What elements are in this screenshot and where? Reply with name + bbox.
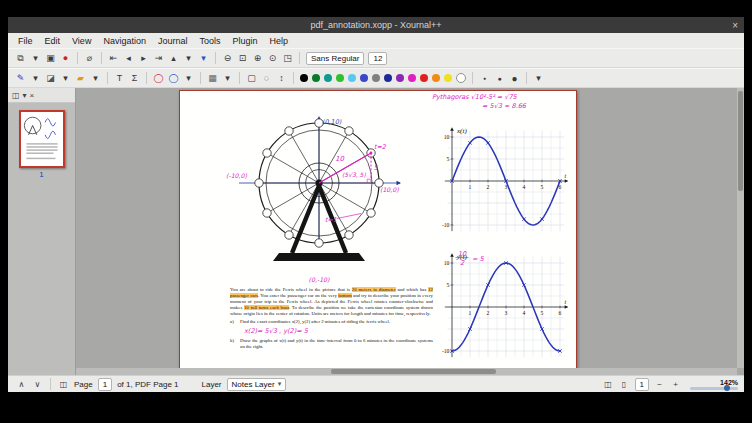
pen-options-dropdown[interactable]: ▾ (29, 71, 42, 85)
zoom-slider-thumb[interactable] (724, 385, 730, 391)
zoom-in-button[interactable]: ⊕ (251, 51, 264, 65)
sidebar-close-button[interactable]: × (30, 91, 35, 100)
last-page-button[interactable]: ⇥ (152, 51, 165, 65)
zoom-slider[interactable] (690, 387, 738, 390)
page-columns-field[interactable]: 1 (635, 378, 649, 391)
vertical-space-button[interactable]: ↕ (275, 71, 288, 85)
wheel-spoke (289, 131, 319, 183)
first-page-button[interactable]: ⇤ (107, 51, 120, 65)
save-button[interactable]: ▣ (44, 51, 57, 65)
canvas-area[interactable]: (0,10) (-10,0) (10,0) (0,-10) 10 5 (5√3,… (76, 88, 744, 375)
sidebar-menu-dropdown[interactable]: ▾ (23, 91, 27, 100)
thickness-medium-button[interactable]: ● (493, 71, 506, 85)
eraser-options-dropdown[interactable]: ▾ (59, 71, 72, 85)
color-dark-green[interactable] (312, 74, 320, 82)
image-tool-button[interactable]: ▦ (206, 71, 219, 85)
menu-journal[interactable]: Journal (152, 36, 194, 46)
label-0-minus10: (0,-10) (309, 276, 330, 283)
color-green[interactable] (336, 74, 344, 82)
label-t2: t=2 (374, 143, 387, 151)
item-b-text: Draw the graphs of x(t) and y(t) in the … (240, 338, 433, 350)
fullscreen-button[interactable]: ◳ (281, 51, 294, 65)
eraser-tool-button[interactable]: ◪ (44, 71, 57, 85)
select-rectangle-button[interactable]: ▢ (245, 71, 258, 85)
horizontal-scrollbar-thumb[interactable] (331, 369, 496, 374)
zoom-original-button[interactable]: ⊙ (266, 51, 279, 65)
color-purple[interactable] (396, 74, 404, 82)
layer-up-button[interactable]: ∧ (15, 377, 28, 391)
page-thumbnail[interactable] (19, 110, 65, 168)
zoom-out-button[interactable]: ⊖ (221, 51, 234, 65)
page-number-input[interactable]: 1 (98, 378, 112, 391)
select-lasso-button[interactable]: ◌ (260, 71, 273, 85)
toolbar-separator (239, 72, 240, 84)
highlighter-options-dropdown[interactable]: ▾ (89, 71, 102, 85)
toolbar-overflow-dropdown[interactable]: ▾ (532, 71, 545, 85)
x-tick-label: 4 (523, 184, 526, 190)
color-teal[interactable] (324, 74, 332, 82)
color-yellow[interactable] (444, 74, 452, 82)
font-size-selector[interactable]: 12 (368, 52, 387, 65)
tex-tool-button[interactable]: Σ (128, 71, 141, 85)
color-black[interactable] (300, 74, 308, 82)
color-white[interactable] (456, 73, 466, 83)
highlighted-text: bottom (338, 293, 352, 298)
image-options-dropdown[interactable]: ▾ (221, 71, 234, 85)
label-10-0: (10,0) (380, 186, 399, 193)
menu-help[interactable]: Help (264, 36, 295, 46)
ruler-tool-button[interactable]: ◯ (167, 71, 180, 85)
previous-page-button[interactable]: ◂ (122, 51, 135, 65)
new-page-button[interactable]: ⧉ (14, 51, 27, 65)
layer-selector-value: Notes Layer (232, 380, 275, 389)
preview-pane-icon[interactable]: ◫ (12, 91, 20, 100)
page-thumbnail-preview (21, 112, 63, 166)
menu-tools[interactable]: Tools (193, 36, 226, 46)
close-button[interactable]: × (732, 17, 738, 33)
vertical-scrollbar-thumb[interactable] (738, 91, 743, 191)
thickness-fine-button[interactable]: ● (478, 71, 491, 85)
x-tick-label: 3 (505, 310, 508, 316)
toggle-sidebar-button[interactable]: ◫ (57, 377, 70, 391)
pdf-page[interactable]: (0,10) (-10,0) (10,0) (0,-10) 10 5 (5√3,… (179, 90, 577, 375)
color-orange[interactable] (432, 74, 440, 82)
menu-navigation[interactable]: Navigation (97, 36, 152, 46)
doc-paragraph: You are about to ride the Ferris wheel i… (230, 287, 433, 317)
menu-plugin[interactable]: Plugin (226, 36, 263, 46)
shape-recognizer-button[interactable]: ◯ (152, 71, 165, 85)
menu-view[interactable]: View (66, 36, 97, 46)
next-annotated-page-button[interactable]: ▾ (182, 51, 195, 65)
zoom-in-mini-button[interactable]: + (669, 377, 682, 391)
paired-pages-button[interactable]: ◫ (602, 377, 615, 391)
shapes-dropdown[interactable]: ▾ (182, 71, 195, 85)
thickness-thick-button[interactable]: ● (508, 71, 521, 85)
text-tool-button[interactable]: T (113, 71, 126, 85)
color-light-blue[interactable] (348, 74, 356, 82)
zoom-out-mini-button[interactable]: − (653, 377, 666, 391)
color-navy[interactable] (384, 74, 392, 82)
color-blue[interactable] (360, 74, 368, 82)
record-audio-button[interactable]: ● (59, 51, 72, 65)
new-page-dropdown[interactable]: ▾ (29, 51, 42, 65)
color-magenta[interactable] (408, 74, 416, 82)
horizontal-scrollbar[interactable] (76, 368, 737, 375)
label-minus10-0: (-10,0) (226, 172, 247, 179)
highlighter-tool-button[interactable]: ▰ (74, 71, 87, 85)
goto-page-dropdown[interactable]: ▾ (197, 51, 210, 65)
pen-tool-button[interactable]: ✎ (14, 71, 27, 85)
zoom-fit-width-button[interactable]: ⊡ (236, 51, 249, 65)
next-page-button[interactable]: ▸ (137, 51, 150, 65)
search-button[interactable]: ⌀ (83, 51, 96, 65)
font-name-selector[interactable]: Sans Regular (306, 52, 364, 65)
chevron-down-icon: ▾ (278, 380, 282, 388)
layer-selector[interactable]: Notes Layer ▾ (227, 378, 287, 391)
layer-down-button[interactable]: ∨ (31, 377, 44, 391)
color-red[interactable] (420, 74, 428, 82)
vertical-scrollbar[interactable] (737, 88, 744, 368)
presentation-mode-button[interactable]: ▯ (618, 377, 631, 391)
label-height-5: 5 (374, 164, 379, 172)
menu-file[interactable]: File (12, 36, 39, 46)
color-gray[interactable] (372, 74, 380, 82)
menu-edit[interactable]: Edit (39, 36, 67, 46)
window-title: pdf_annotation.xopp - Xournal++ (8, 20, 744, 30)
previous-annotated-page-button[interactable]: ▴ (167, 51, 180, 65)
